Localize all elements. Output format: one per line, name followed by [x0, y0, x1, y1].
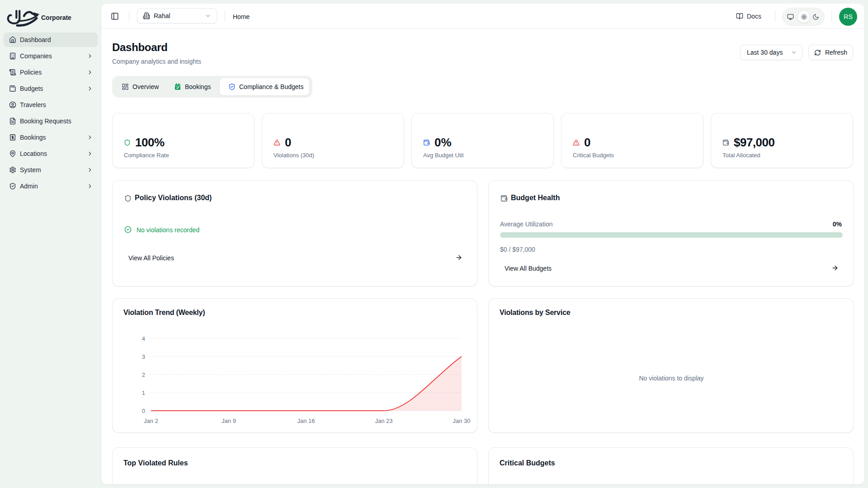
svg-text:Jan 2: Jan 2	[144, 418, 158, 424]
svg-text:Jan 23: Jan 23	[375, 418, 392, 424]
svg-text:0: 0	[142, 408, 145, 414]
svg-text:2: 2	[142, 371, 145, 378]
svg-text:Jan 9: Jan 9	[222, 418, 236, 424]
svg-text:Jan 16: Jan 16	[297, 418, 315, 424]
svg-text:4: 4	[142, 335, 145, 342]
svg-text:3: 3	[142, 353, 145, 360]
svg-text:Jan 30: Jan 30	[453, 418, 470, 424]
svg-text:1: 1	[142, 389, 145, 396]
